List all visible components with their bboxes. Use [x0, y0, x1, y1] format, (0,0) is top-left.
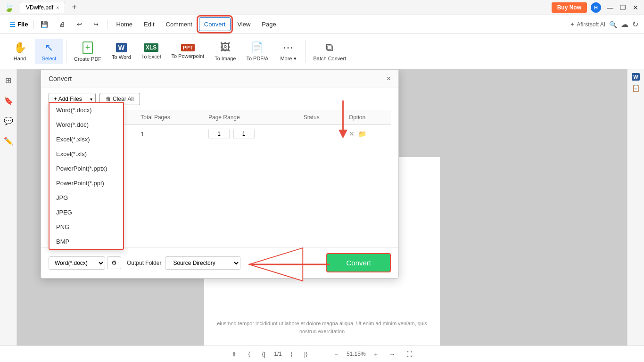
format-option-excel-xls[interactable]: Excel(*.xls) — [50, 147, 123, 161]
settings-icon-btn[interactable]: ⚙ — [107, 256, 121, 269]
hand-icon: ✋ — [14, 41, 26, 54]
format-option-pptx[interactable]: PowerPoint(*.pptx) — [50, 161, 123, 176]
select-label: Select — [42, 56, 57, 61]
fit-page-btn[interactable]: ⛶ — [404, 350, 415, 359]
to-excel-btn[interactable]: XLS To Excel — [137, 41, 166, 62]
col-option: Option — [343, 110, 391, 125]
output-folder-section: Output Folder Source Directory Custom Fo… — [127, 256, 321, 270]
restore-btn[interactable]: ❐ — [618, 4, 628, 11]
right-word-icon[interactable]: W — [632, 73, 639, 81]
sidebar-icon-comment[interactable]: 💬 — [1, 114, 16, 128]
format-select[interactable]: Word(*.docx) Word(*.doc) Excel(*.xlsx) — [49, 256, 105, 270]
to-word-btn[interactable]: W To Word — [107, 40, 136, 63]
page-range-from[interactable] — [208, 129, 230, 139]
dialog-title: Convert — [49, 75, 72, 82]
menu-item-edit[interactable]: Edit — [139, 18, 159, 31]
format-option-word-doc[interactable]: Word(*.doc) — [50, 117, 123, 132]
to-pdfa-btn[interactable]: 📄 To PDF/A — [241, 39, 273, 64]
zoom-out-btn[interactable]: − — [331, 350, 341, 359]
minimize-btn[interactable]: — — [605, 4, 615, 11]
more-btn[interactable]: ⋯ More ▾ — [274, 39, 302, 65]
format-option-excel-xlsx[interactable]: Excel(*.xlsx) — [50, 132, 123, 147]
file-menu[interactable]: ☰ File — [6, 19, 32, 30]
batch-convert-btn[interactable]: ⧉ Batch Convert — [308, 39, 351, 64]
content-area: eiusmod tempor incididunt ut labore et d… — [17, 69, 627, 346]
output-folder-select[interactable]: Source Directory Custom Folder — [165, 256, 240, 270]
search-icon[interactable]: 🔍 — [609, 21, 617, 28]
right-clipboard-icon[interactable]: 📋 — [632, 84, 640, 92]
to-word-icon: W — [116, 43, 127, 52]
window-controls: — ❐ ✕ — [605, 4, 640, 11]
menu-item-convert[interactable]: Convert — [199, 17, 231, 31]
fit-width-btn[interactable]: ↔ — [386, 350, 398, 359]
to-image-icon: 🖼 — [220, 41, 231, 54]
file-icon: ☰ — [9, 21, 16, 28]
create-pdf-label: Create PDF — [74, 56, 101, 62]
col-page-range: Page Range — [203, 110, 298, 125]
select-tool-btn[interactable]: ↖ Select — [35, 39, 63, 64]
format-option-jpeg[interactable]: JPEG — [50, 205, 123, 220]
create-pdf-btn[interactable]: + Create PDF — [69, 39, 106, 65]
ai-label: Afirstsoft AI — [577, 21, 605, 28]
prev-page-btn[interactable]: ⟨ — [245, 350, 253, 359]
hand-label: Hand — [14, 56, 26, 61]
dialog-header: Convert × — [41, 70, 398, 88]
menu-item-home[interactable]: Home — [111, 18, 137, 31]
page-range-to[interactable] — [233, 129, 255, 139]
sync-icon[interactable]: ↻ — [632, 20, 638, 29]
format-option-jpg[interactable]: JPG — [50, 190, 123, 205]
tab-title: VDwife.pdf — [26, 4, 53, 11]
menu-item-page[interactable]: Page — [257, 18, 281, 31]
more-label: More ▾ — [280, 56, 296, 62]
buy-now-button[interactable]: Buy Now — [552, 2, 587, 13]
right-sidebar: W 📋 — [627, 69, 644, 346]
convert-button[interactable]: Convert — [326, 253, 391, 272]
to-image-btn[interactable]: 🖼 To Image — [210, 39, 240, 64]
title-bar: 🍃 VDwife.pdf × + Buy Now H — ❐ ✕ — [0, 0, 644, 15]
sidebar-icon-grid[interactable]: ⊞ — [2, 73, 14, 88]
sidebar-icon-bookmark[interactable]: 🔖 — [1, 93, 16, 108]
ai-button[interactable]: ✦ Afirstsoft AI — [570, 21, 605, 28]
next-page-start-btn[interactable]: ⟨| — [259, 350, 268, 359]
tab-close-btn[interactable]: × — [56, 5, 59, 10]
main-area: ⊞ 🔖 💬 ✏️ eiusmod tempor incididunt ut la… — [0, 69, 644, 346]
row-total-pages: 1 — [135, 125, 203, 143]
to-powerpoint-btn[interactable]: PPT To Powerpoint — [166, 41, 209, 62]
last-page-btn[interactable]: |⟩ — [301, 350, 311, 359]
to-image-label: To Image — [215, 56, 236, 61]
format-option-ppt[interactable]: PowerPoint(*.ppt) — [50, 176, 123, 190]
dialog-close-btn[interactable]: × — [387, 74, 391, 83]
next-page-btn[interactable]: ⟩ — [288, 350, 296, 359]
menu-item-save[interactable]: 💾 — [36, 18, 53, 31]
to-powerpoint-icon: PPT — [181, 44, 195, 51]
user-avatar[interactable]: H — [591, 2, 601, 13]
browser-tab[interactable]: VDwife.pdf × — [20, 2, 65, 13]
scroll-up-btn[interactable]: ⇧ — [229, 350, 239, 359]
zoom-level: 51.15% — [347, 351, 366, 357]
format-option-word-docx[interactable]: Word(*.docx) — [50, 103, 123, 117]
menu-item-undo[interactable]: ↩ — [72, 18, 87, 31]
row-status — [298, 125, 343, 143]
delete-icon[interactable]: ✕ — [349, 130, 355, 138]
folder-icon[interactable]: 📁 — [358, 130, 366, 138]
menu-item-comment[interactable]: Comment — [161, 18, 197, 31]
menu-item-redo[interactable]: ↪ — [89, 18, 103, 31]
format-select-wrapper: Word(*.docx) Word(*.doc) Excel(*.xlsx) ⚙ — [49, 256, 121, 270]
menu-right: ✦ Afirstsoft AI 🔍 ☁ ↻ — [570, 20, 638, 29]
sidebar-icon-edit[interactable]: ✏️ — [1, 134, 16, 148]
menu-item-view[interactable]: View — [232, 18, 255, 31]
close-btn[interactable]: ✕ — [631, 4, 640, 11]
format-option-png[interactable]: PNG — [50, 220, 123, 234]
menu-item-print[interactable]: 🖨 — [55, 18, 70, 31]
format-option-bmp[interactable]: BMP — [50, 234, 123, 249]
new-tab-btn[interactable]: + — [69, 2, 80, 12]
zoom-in-btn[interactable]: + — [372, 350, 381, 359]
batch-convert-label: Batch Convert — [313, 56, 346, 61]
title-bar-right: Buy Now H — ❐ ✕ — [552, 2, 640, 13]
to-pdfa-icon: 📄 — [251, 41, 264, 54]
hand-tool-btn[interactable]: ✋ Hand — [6, 39, 34, 64]
to-word-label: To Word — [112, 54, 131, 60]
cloud-icon[interactable]: ☁ — [621, 20, 628, 29]
col-total-pages: Total Pages — [135, 110, 203, 125]
file-menu-label: File — [17, 21, 28, 28]
